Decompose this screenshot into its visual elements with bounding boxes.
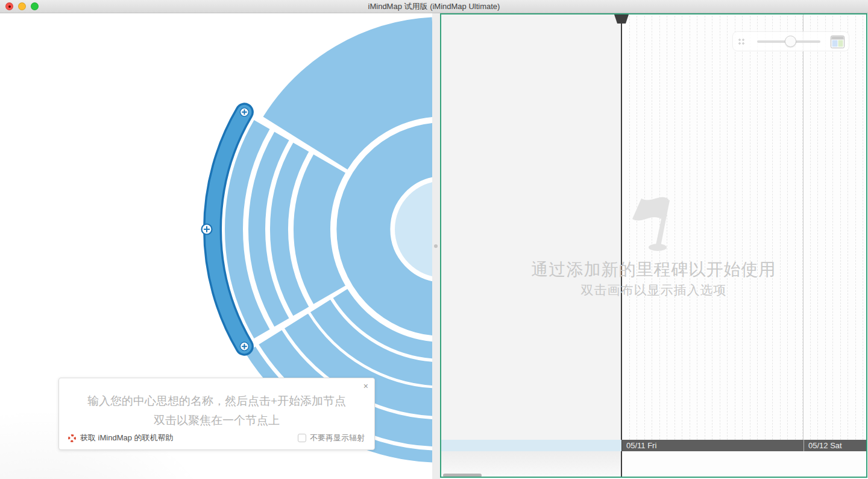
playhead-line: [621, 14, 622, 477]
app-window: { "window": { "title": "iMindMap 试用版 (iM…: [0, 0, 868, 479]
dont-show-label: 不要再显示辐射: [310, 433, 365, 443]
zoom-slider-handle[interactable]: [785, 36, 796, 47]
timeline-past-region: [441, 14, 621, 440]
close-window-button[interactable]: [5, 2, 13, 10]
window-title: iMindMap 试用版 (iMindMap Ultimate): [368, 1, 500, 12]
date-cell[interactable]: 05/12 Sat: [804, 440, 866, 451]
zoom-window-button[interactable]: [31, 2, 39, 10]
timeline-zoom-control: [732, 31, 849, 51]
date-cell[interactable]: 05/11 Fri: [622, 440, 804, 451]
timeline-empty-subtitle: 双击画布以显示插入选项: [441, 282, 866, 299]
horizontal-scrollbar[interactable]: [443, 474, 482, 477]
timeline-panel[interactable]: 通过添加新的里程碑以开始使用 双击画布以显示插入选项 05/11 Fri05/1…: [440, 13, 867, 478]
titlebar: iMindMap 试用版 (iMindMap Ultimate): [0, 0, 868, 13]
zoom-slider-track[interactable]: [757, 40, 820, 43]
add-node-button-top[interactable]: [240, 108, 248, 116]
online-help-label: 获取 iMindMap 的联机帮助: [80, 433, 174, 443]
branch-ring[interactable]: [312, 163, 329, 295]
date-ruler: 05/11 Fri05/12 Sat: [622, 440, 866, 451]
lifebuoy-help-icon: [68, 434, 77, 443]
timeline-footer-region: [441, 451, 621, 477]
drag-handle-icon[interactable]: [738, 39, 744, 45]
splitter-handle-icon: [434, 244, 438, 248]
dont-show-checkbox[interactable]: [298, 434, 306, 442]
panel-splitter[interactable]: [432, 13, 440, 479]
timeline-empty-title: 通过添加新的里程碑以开始使用: [441, 258, 866, 281]
hint-line2: 双击以聚焦在一个节点上: [59, 413, 374, 428]
day-boundary-line: [803, 14, 804, 440]
minimize-window-button[interactable]: [18, 2, 26, 10]
datebar-past-strip: [441, 440, 621, 451]
hint-dialog: × 输入您的中心思想的名称，然后点击+开始添加节点 双击以聚焦在一个节点上 获取…: [58, 378, 375, 450]
milestone-flag-icon: [624, 192, 690, 261]
add-node-button-middle[interactable]: [202, 224, 212, 235]
add-node-button-bottom[interactable]: [240, 342, 248, 351]
hint-line1: 输入您的中心思想的名称，然后点击+开始添加节点: [59, 393, 374, 409]
online-help-link[interactable]: 获取 iMindMap 的联机帮助: [68, 433, 174, 443]
calendar-view-icon[interactable]: [830, 34, 845, 49]
close-icon[interactable]: ×: [363, 382, 368, 390]
